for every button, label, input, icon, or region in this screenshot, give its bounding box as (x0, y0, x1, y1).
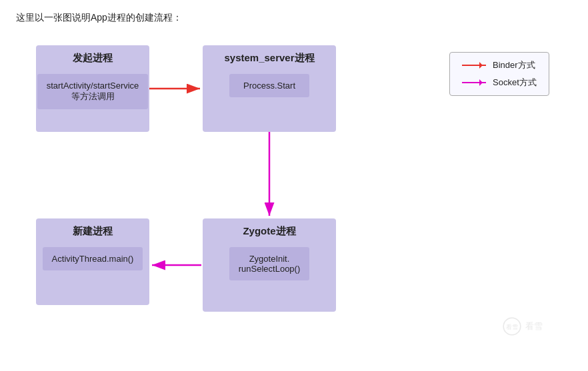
socket-arrow-icon (462, 82, 486, 83)
binder-label: Binder方式 (493, 59, 535, 71)
binder-arrow-icon (462, 65, 486, 66)
legend-box: Binder方式 Socket方式 (449, 52, 549, 96)
zygote-title: Zygote进程 (232, 218, 306, 242)
xinjian-title: 新建进程 (62, 218, 123, 242)
svg-text:看雪: 看雪 (506, 324, 518, 330)
box-systemserver: system_server进程 Process.Start (203, 45, 336, 132)
socket-label: Socket方式 (493, 77, 537, 89)
systemserver-title: system_server进程 (213, 45, 325, 69)
legend-socket: Socket方式 (462, 77, 537, 89)
page-container: 这里以一张图说明App进程的创建流程： 发起进程 startActivity/s… (0, 0, 588, 371)
legend-binder: Binder方式 (462, 59, 537, 71)
diagram-area: 发起进程 startActivity/startService等方法调用 sys… (16, 39, 563, 345)
box-zygote: Zygote进程 ZygoteInit.runSelectLoop() (203, 218, 336, 312)
faqijincheng-inner: startActivity/startService等方法调用 (37, 74, 149, 109)
box-xinjian: 新建进程 ActivityThread.main() (36, 218, 149, 305)
watermark-text: 看雪 (525, 320, 543, 332)
box-faqijincheng: 发起进程 startActivity/startService等方法调用 (36, 45, 149, 132)
zygote-inner: ZygoteInit.runSelectLoop() (229, 247, 310, 280)
watermark: 看雪 看雪 (501, 316, 543, 337)
systemserver-inner: Process.Start (229, 74, 309, 97)
intro-text: 这里以一张图说明App进程的创建流程： (16, 12, 572, 24)
xinjian-inner: ActivityThread.main() (43, 247, 143, 270)
watermark-icon: 看雪 (501, 316, 523, 337)
faqijincheng-title: 发起进程 (62, 45, 123, 69)
